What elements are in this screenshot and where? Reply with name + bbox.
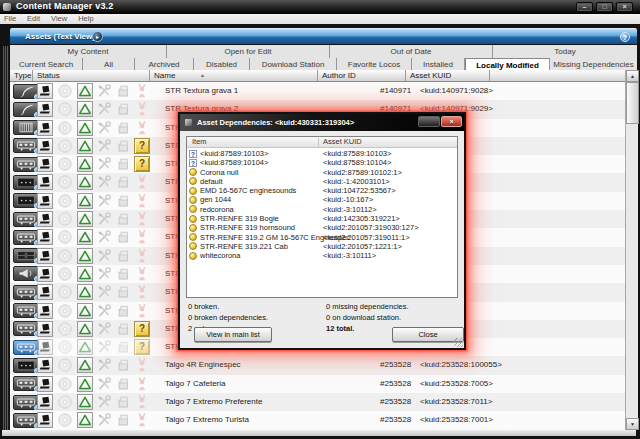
column-header-status[interactable]: Status	[33, 70, 150, 81]
dependency-item[interactable]: EMD 16-567C enginesounds<kuid:104722:535…	[187, 186, 457, 195]
dependency-item[interactable]: redcorona<kuid:-3:10112>	[187, 205, 457, 214]
tools-icon	[96, 248, 112, 264]
package-icon	[115, 156, 131, 172]
tab-open-for-edit[interactable]: Open for Edit	[167, 45, 330, 58]
dependency-item[interactable]: whitecorona<kuid:-3:10111>	[187, 251, 457, 260]
dependency-item[interactable]: gen 1044<kuid:-10:167>	[187, 195, 457, 204]
dependency-name: STR-RENFE 319 Bogie	[200, 214, 279, 223]
close-button[interactable]: ×	[616, 2, 633, 12]
table-row[interactable]: Talgo 4R Enginespec#253528<kuid:253528:1…	[10, 356, 625, 374]
dependency-item[interactable]: STR-RENFE 319 hornsound<kuid2:201057:319…	[187, 223, 457, 232]
dependency-items: ?<kuid:87589:10103><kuid:87589:10103>?<k…	[187, 149, 457, 261]
dependency-name: gen 1044	[200, 195, 231, 204]
dependency-item[interactable]: Corona null<kuid2:87589:10102:1>	[187, 168, 457, 177]
scroll-down-button[interactable]: ▼	[626, 418, 639, 430]
column-header-name[interactable]: Name ▲	[150, 70, 318, 81]
dependency-item[interactable]: default<kuid:-1:42003101>	[187, 177, 457, 186]
assets-expand-button[interactable]: ▸	[92, 31, 103, 42]
menu-item-help[interactable]: Help	[78, 14, 93, 24]
payware-icon	[134, 303, 150, 319]
asset-type-cab-icon	[13, 175, 39, 190]
tools-icon	[96, 193, 112, 209]
tools-icon	[96, 138, 112, 154]
asset-type-train-icon	[13, 376, 39, 391]
left-splitter-grip[interactable]	[3, 46, 9, 430]
dependency-item[interactable]: STR-RENFE 319 Bogie<kuid:142305:319221>	[187, 214, 457, 223]
dependency-list: Item Asset KUID ?<kuid:87589:10103><kuid…	[186, 136, 458, 298]
asset-type-train-icon	[13, 157, 39, 172]
tab-today[interactable]: Today	[493, 45, 637, 58]
payware-icon	[134, 412, 150, 428]
edit-triangle-icon	[77, 412, 93, 428]
dependency-name: EMD 16-567C enginesounds	[200, 186, 296, 195]
column-header-type[interactable]: Type	[10, 70, 33, 81]
menu-bar: FileEditViewHelp	[0, 14, 640, 24]
assets-help-button[interactable]: ?	[620, 32, 630, 42]
payware-icon	[134, 357, 150, 373]
edit-triangle-icon	[77, 193, 93, 209]
menu-item-edit[interactable]: Edit	[27, 14, 40, 24]
disc-icon	[57, 303, 73, 319]
column-header-author[interactable]: Author ID	[318, 70, 406, 81]
installed-computer-icon	[37, 138, 53, 154]
cell-author-id: #253528	[380, 393, 411, 411]
table-row[interactable]: Talgo 7 Extremo Preferente#253528<kuid:2…	[10, 393, 625, 411]
dependency-kuid: <kuid2:201057:319011:1>	[323, 233, 410, 242]
menu-item-view[interactable]: View	[51, 14, 67, 24]
vertical-scrollbar[interactable]: ▲ ▼	[625, 70, 638, 430]
minimize-button[interactable]: –	[576, 2, 593, 12]
package-icon	[115, 266, 131, 282]
cell-name: Talgo 7 Extremo Turista	[165, 411, 249, 429]
table-row[interactable]: Talgo 7 Cafeteria#253528<kuid:253528:700…	[10, 375, 625, 393]
tools-icon	[96, 376, 112, 392]
dependency-item[interactable]: STR-RENFE 319.2 GM 16-567C Enginespec<ku…	[187, 233, 457, 242]
dep-column-kuid[interactable]: Asset KUID	[323, 137, 362, 147]
tools-icon	[96, 394, 112, 410]
asset-type-train-icon	[13, 285, 39, 300]
payware-icon	[134, 266, 150, 282]
disc-icon	[57, 321, 73, 337]
dialog-menu-button[interactable]	[418, 116, 440, 127]
table-row[interactable]: Talgo 7 Extremo Turista#253528<kuid:2535…	[10, 411, 625, 429]
tab-my-content[interactable]: My Content	[10, 45, 167, 58]
dependency-name: <kuid:87589:10103>	[200, 149, 268, 158]
dependency-item[interactable]: STR-RENFE 319.221 Cab<kuid2:201057:1221:…	[187, 242, 457, 251]
payware-icon	[134, 376, 150, 392]
view-in-main-list-button[interactable]: View in main list	[194, 327, 272, 342]
dep-column-item[interactable]: Item	[192, 137, 207, 147]
cell-author-id: #253528	[380, 356, 411, 374]
tools-icon	[96, 83, 112, 99]
missing-deps-question-icon: ?	[134, 156, 150, 172]
table-row[interactable]: STR Textura grava 1#140971<kuid:140971:9…	[10, 82, 625, 100]
asset-ball-icon	[189, 224, 197, 232]
installed-computer-icon	[37, 376, 53, 392]
dialog-resize-grip[interactable]	[454, 338, 463, 347]
column-header-kuid[interactable]: Asset KUID	[406, 70, 490, 81]
package-icon	[115, 83, 131, 99]
cell-asset-kuid: <kuid:253528:100055>	[420, 356, 502, 374]
asset-type-cab-icon	[13, 358, 39, 373]
dependency-item[interactable]: ?<kuid:87589:10104><kuid:87589:10104>	[187, 158, 457, 167]
scroll-thumb[interactable]	[626, 82, 639, 124]
cell-name: STR Textura grava 1	[165, 82, 238, 100]
asset-ball-icon	[189, 242, 197, 250]
asset-ball-icon	[189, 252, 197, 260]
dependency-kuid: <kuid:-10:167>	[323, 195, 373, 204]
tools-icon	[96, 284, 112, 300]
scroll-up-button[interactable]: ▲	[626, 70, 639, 82]
assets-bar-title: Assets (Text View)	[25, 32, 95, 41]
dependency-item[interactable]: ?<kuid:87589:10103><kuid:87589:10103>	[187, 149, 457, 158]
dialog-close-button[interactable]: ×	[441, 116, 462, 127]
tab-out-of-date[interactable]: Out of Date	[330, 45, 493, 58]
maximize-button[interactable]: □	[596, 2, 613, 12]
disc-icon	[57, 339, 73, 355]
asset-ball-icon	[189, 215, 197, 223]
asset-type-train-icon	[13, 321, 39, 336]
edit-triangle-icon	[77, 303, 93, 319]
dep-column-separator	[318, 138, 319, 147]
package-icon	[115, 248, 131, 264]
dependency-list-header: Item Asset KUID	[187, 137, 457, 148]
assets-header-bar: Assets (Text View) ▸ ?	[10, 28, 637, 44]
menu-item-file[interactable]: File	[4, 14, 16, 24]
dependency-kuid: <kuid2:201057:319030:127>	[323, 223, 419, 232]
